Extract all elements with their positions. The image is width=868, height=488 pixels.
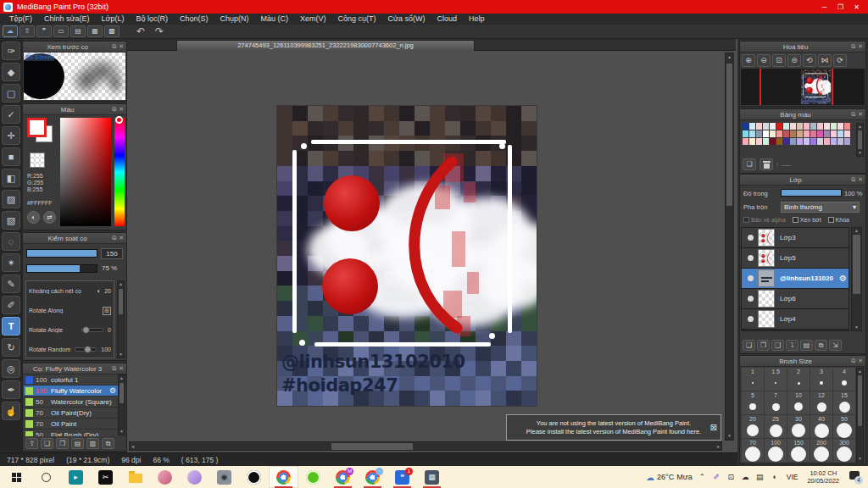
undo-button[interactable]: ↶ [131, 25, 150, 38]
brush-size-cell[interactable]: 3 [810, 368, 832, 391]
brush-size-cell[interactable]: 100 [765, 439, 787, 462]
palette-swatch[interactable] [756, 138, 762, 145]
scroll-down-icon[interactable]: ▼ [857, 456, 863, 462]
primary-color-swatch[interactable] [27, 118, 47, 137]
popout-icon[interactable]: ⧉ [112, 106, 116, 113]
start-button[interactable] [2, 466, 31, 488]
palette-swatch[interactable] [824, 138, 830, 145]
shape-brush-tool[interactable]: ▢ [2, 84, 20, 103]
brush-item[interactable]: 70Oil Paint(Dry) [24, 408, 118, 419]
options-scrollbar[interactable]: ▲ ▼ [117, 280, 125, 358]
palette-swatch[interactable] [776, 138, 782, 145]
cloud-save-button[interactable]: ☁ [3, 25, 18, 37]
rotate-left-button[interactable]: ⟲ [803, 54, 816, 67]
brush-size-cell[interactable]: 4 [833, 368, 855, 391]
brush-size-slider[interactable] [26, 249, 97, 258]
pen-icon[interactable]: ✐ [711, 473, 722, 481]
layer-row[interactable]: Lớp4 [742, 309, 849, 330]
brush-size-cell[interactable]: 300 [833, 439, 855, 462]
scroll-down-icon[interactable]: ▼ [119, 429, 125, 435]
minimize-button[interactable]: ─ [816, 2, 832, 13]
scroll-up-icon[interactable]: ▲ [852, 228, 861, 234]
scroll-down-icon[interactable]: ▼ [118, 352, 124, 358]
brush-size-cell[interactable]: 2 [787, 368, 810, 391]
popout-icon[interactable]: ⧉ [851, 111, 855, 118]
palette-swatch[interactable] [776, 123, 782, 130]
brush-size-cell[interactable]: 10 [787, 391, 810, 414]
menu-item[interactable]: Cloud [431, 14, 464, 25]
brush-size-cell[interactable]: 150 [787, 439, 810, 462]
palette-swatch[interactable] [763, 138, 769, 145]
file-explorer[interactable] [120, 466, 150, 488]
brush-option-row[interactable]: Khoảng cách nét cọ◐20 [26, 281, 114, 301]
navigator-preview[interactable]: @linhsun13102010#hoidap247 [741, 69, 865, 105]
chrome-profile-1[interactable]: M [328, 466, 358, 488]
palette-swatch[interactable] [776, 130, 782, 137]
palette-swatch[interactable] [817, 138, 823, 145]
palette-swatch[interactable] [824, 130, 830, 137]
palette-swatch[interactable] [817, 123, 823, 130]
language-indicator[interactable]: VIE [784, 473, 801, 481]
palette-swatch[interactable] [756, 130, 762, 137]
scroll-down-icon[interactable]: ▼ [852, 324, 861, 330]
layer-opacity-slider[interactable] [781, 189, 842, 197]
close-button[interactable]: ✕ [849, 2, 865, 13]
zoom-in-button[interactable]: ⊕ [742, 54, 755, 67]
scroll-up-icon[interactable]: ▲ [119, 375, 125, 381]
palette-swatch[interactable] [831, 123, 837, 130]
scroll-down-icon[interactable]: ▼ [857, 150, 863, 156]
export-button[interactable]: ⇧ [19, 25, 35, 37]
app-media-player[interactable]: ▸ [61, 466, 91, 488]
layer-settings-button[interactable]: ⇲ [829, 340, 842, 351]
select-tool[interactable]: ▧ [2, 211, 20, 230]
brush-option-row[interactable]: Rotate Angle0 [26, 320, 114, 340]
brush-size-cell[interactable]: 5 [742, 391, 764, 414]
palette-swatch[interactable] [804, 138, 810, 145]
bucket-tool[interactable]: ◧ [2, 169, 20, 187]
menu-item[interactable]: Màu (C) [255, 14, 295, 25]
app-gameloop[interactable] [298, 466, 328, 488]
palette-swatch[interactable] [770, 123, 776, 130]
brush-size-cell[interactable]: 70 [742, 439, 764, 462]
palette-swatch[interactable] [797, 138, 803, 145]
display-icon[interactable]: ▤ [754, 473, 765, 481]
layers-scrollbar[interactable]: ▲ ▼ [851, 227, 862, 331]
clipping-checkbox[interactable]: Xén bớt [793, 217, 821, 223]
hue-indicator[interactable] [115, 116, 123, 124]
duplicate-brush-button[interactable]: ⧉ [102, 438, 114, 449]
visibility-dot[interactable] [748, 296, 754, 302]
transform-tool[interactable]: ↻ [2, 338, 20, 357]
notification-center-button[interactable]: 4 [848, 469, 863, 485]
brush-opacity-slider[interactable] [26, 264, 97, 273]
popout-icon[interactable]: ⧉ [112, 43, 116, 50]
redo-button[interactable]: ↷ [150, 25, 169, 38]
notification-close-icon[interactable]: ⊠ [710, 424, 717, 432]
close-icon[interactable]: ✕ [858, 358, 863, 364]
palette-swatch[interactable] [831, 130, 837, 137]
close-icon[interactable]: ✕ [119, 106, 124, 113]
menu-item[interactable]: Chụp(N) [214, 14, 255, 25]
palette-swatch[interactable] [770, 130, 776, 137]
palette-swatch[interactable] [790, 123, 796, 130]
gradient-tool[interactable]: ▨ [2, 190, 20, 208]
palette-swatch[interactable] [810, 138, 816, 145]
close-icon[interactable]: ✕ [119, 365, 124, 372]
menu-item[interactable]: Xem(V) [294, 14, 332, 25]
brush-item[interactable]: 100colorful 1 [24, 374, 118, 385]
scroll-down-icon[interactable]: ▼ [726, 433, 733, 439]
new-layer-button[interactable]: ❏ [743, 340, 755, 351]
palette-swatch[interactable] [763, 130, 769, 137]
palette-swatch[interactable] [783, 138, 789, 145]
palette-swatch[interactable] [770, 138, 776, 145]
canvas-viewport[interactable]: @linhsun13102010#hoidap247 You are not u… [127, 51, 736, 452]
copy-layer-button[interactable]: ⧉ [815, 340, 827, 351]
magic-wand-tool[interactable]: ✶ [2, 253, 20, 272]
menu-item[interactable]: Chỉnh sửa(E) [38, 14, 96, 25]
scroll-up-icon[interactable]: ▲ [118, 281, 124, 287]
clock[interactable]: 10:02 CH 20/05/2022 [804, 469, 842, 485]
chrome-profile-2[interactable]: ◦ [358, 466, 387, 488]
brush-size-cell[interactable]: 12 [810, 391, 832, 414]
layer-row[interactable]: Lớp5 [742, 248, 849, 269]
lock-checkbox[interactable]: Khóa [828, 217, 849, 223]
menu-item[interactable]: Help [463, 14, 491, 25]
